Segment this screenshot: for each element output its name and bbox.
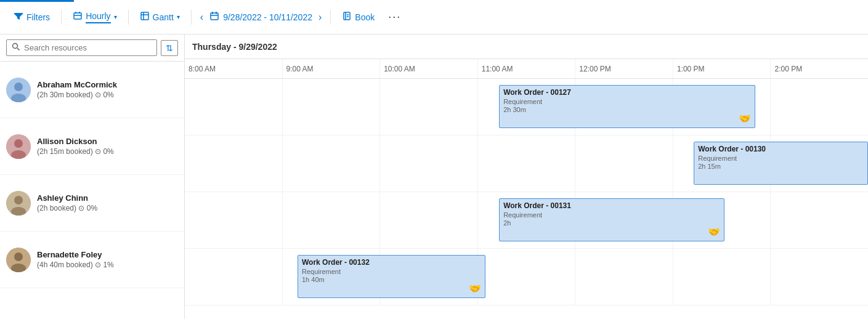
wo-title: Work Order - 00127 — [503, 88, 751, 97]
resource-info: Abraham McCormick (2h 30m booked) ⊙ 0% — [37, 80, 117, 99]
avatar — [6, 191, 31, 216]
gantt-cell — [575, 249, 673, 305]
gantt-cell — [770, 79, 868, 135]
wo-duration: 2h 30m — [503, 106, 751, 113]
gantt-cell — [185, 249, 282, 305]
svg-rect-3 — [344, 12, 350, 20]
resource-info: Allison Dickson (2h 15m booked) ⊙ 0% — [37, 137, 114, 156]
gantt-cell — [770, 249, 868, 305]
gantt-chevron: ▾ — [177, 14, 180, 20]
gantt-date-header: Thursday - 9/29/2022 — [185, 34, 868, 59]
gantt-cell — [185, 135, 282, 192]
search-input[interactable] — [24, 43, 152, 52]
gantt-date-text: Thursday - 9/29/2022 — [192, 42, 277, 52]
wo-title: Work Order - 00130 — [698, 145, 864, 153]
filters-button[interactable]: Filters — [7, 7, 56, 26]
gantt-cell — [282, 135, 380, 192]
more-button[interactable]: ··· — [383, 8, 406, 26]
sort-icon: ⇅ — [166, 43, 173, 53]
resource-row: Ashley Chinn (2h booked) ⊙ 0% — [0, 175, 184, 232]
book-icon — [342, 11, 352, 23]
book-label: Book — [355, 12, 375, 22]
gantt-cell — [379, 135, 477, 192]
resource-info: Ashley Chinn (2h booked) ⊙ 0% — [37, 193, 97, 212]
gantt-label: Gantt — [153, 12, 174, 22]
book-button[interactable]: Book — [336, 7, 381, 26]
svg-point-12 — [14, 196, 23, 204]
prev-date-button[interactable]: ‹ — [197, 9, 207, 25]
filters-label: Filters — [26, 12, 50, 22]
gantt-row-1: Work Order - 00130 Requirement 2h 15m — [185, 135, 868, 192]
resource-row: Bernadette Foley (4h 40m booked) ⊙ 1% — [0, 232, 184, 288]
gantt-cell — [379, 192, 477, 248]
wo-sub: Requirement — [302, 268, 481, 275]
svg-point-9 — [14, 139, 23, 148]
hourly-button[interactable]: Hourly ▾ — [67, 7, 123, 27]
gantt-cell — [185, 192, 282, 248]
next-date-button[interactable]: › — [315, 9, 325, 25]
calendar-icon — [209, 11, 219, 23]
resource-name: Bernadette Foley — [37, 250, 114, 259]
time-cell-9am: 9:00 AM — [282, 59, 380, 78]
svg-point-6 — [14, 83, 23, 91]
gantt-button[interactable]: Gantt ▾ — [134, 7, 186, 26]
avatar — [6, 248, 31, 272]
svg-rect-2 — [211, 13, 218, 20]
gantt-cell — [282, 192, 380, 248]
time-cell-2pm: 2:00 PM — [770, 59, 868, 78]
svg-rect-1 — [141, 12, 148, 20]
avatar — [6, 78, 31, 102]
gantt-cell — [477, 135, 575, 192]
resource-info: Bernadette Foley (4h 40m booked) ⊙ 1% — [37, 250, 114, 269]
handshake-icon: 🤝 — [739, 113, 751, 124]
toolbar: Filters Hourly ▾ Gantt ▾ ‹ 9/28/2022 - 1… — [0, 0, 868, 34]
work-order-00127[interactable]: Work Order - 00127 Requirement 2h 30m 🤝 — [499, 85, 755, 128]
handshake-icon: 🤝 — [469, 283, 481, 294]
wo-sub: Requirement — [503, 98, 751, 105]
work-order-00130[interactable]: Work Order - 00130 Requirement 2h 15m — [694, 142, 868, 185]
gantt-row-0: Work Order - 00127 Requirement 2h 30m 🤝 — [185, 79, 868, 135]
svg-point-15 — [14, 252, 23, 261]
work-order-00131[interactable]: Work Order - 00131 Requirement 2h 🤝 — [499, 198, 724, 241]
resource-meta: (2h 30m booked) ⊙ 0% — [37, 91, 117, 99]
time-cell-10am: 10:00 AM — [379, 59, 477, 78]
wo-sub: Requirement — [503, 211, 720, 219]
left-panel: ⇅ Abraham McCormick (2h 30m booked) ⊙ 0% — [0, 34, 185, 319]
gantt-cell — [282, 79, 380, 135]
right-panel: Thursday - 9/29/2022 8:00 AM 9:00 AM 10:… — [185, 34, 868, 319]
date-range-text: 9/28/2022 - 10/11/2022 — [223, 12, 312, 22]
wo-duration: 1h 40m — [302, 276, 481, 283]
search-bar: ⇅ — [0, 34, 184, 62]
clock-icon — [73, 11, 83, 23]
time-cell-8am: 8:00 AM — [185, 59, 282, 78]
resource-name: Abraham McCormick — [37, 80, 117, 89]
search-icon — [12, 42, 20, 53]
gantt-cell — [185, 79, 282, 135]
date-range: 9/28/2022 - 10/11/2022 — [209, 11, 312, 23]
wo-duration: 2h — [503, 219, 720, 227]
time-cell-12pm: 12:00 PM — [575, 59, 673, 78]
gantt-icon — [140, 11, 150, 23]
divider-1 — [61, 10, 62, 25]
handshake-icon: 🤝 — [708, 226, 720, 238]
divider-2 — [128, 10, 129, 25]
filter-icon — [14, 11, 23, 23]
work-order-00132[interactable]: Work Order - 00132 Requirement 1h 40m 🤝 — [298, 255, 485, 298]
avatar — [6, 134, 31, 159]
divider-4 — [330, 10, 331, 25]
search-input-wrap[interactable] — [6, 39, 157, 56]
more-label: ··· — [388, 10, 401, 23]
wo-title: Work Order - 00131 — [503, 201, 720, 210]
hourly-chevron: ▾ — [114, 14, 117, 20]
svg-rect-0 — [74, 13, 81, 19]
gantt-cell — [575, 135, 673, 192]
resource-meta: (4h 40m booked) ⊙ 1% — [37, 260, 114, 269]
gantt-cell — [379, 79, 477, 135]
resource-name: Ashley Chinn — [37, 193, 97, 203]
gantt-cell — [673, 249, 771, 305]
resource-name: Allison Dickson — [37, 137, 114, 146]
sort-button[interactable]: ⇅ — [161, 40, 178, 56]
gantt-row-3: Work Order - 00132 Requirement 1h 40m 🤝 — [185, 249, 868, 305]
resource-meta: (2h 15m booked) ⊙ 0% — [37, 147, 114, 156]
gantt-cell — [770, 192, 868, 248]
